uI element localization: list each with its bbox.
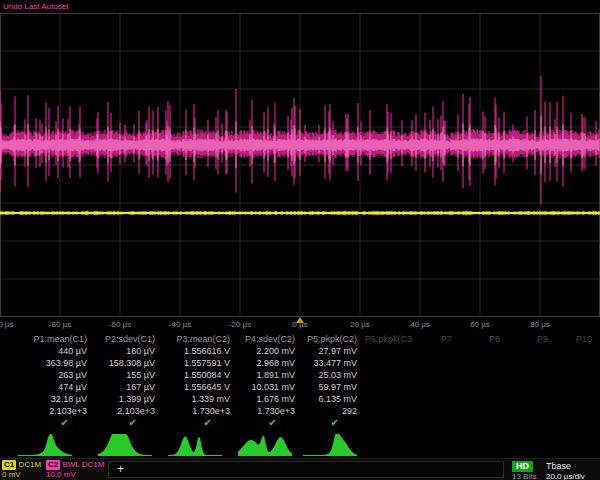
timebase-label[interactable]: Tbase (546, 461, 571, 472)
table-row: 474 µV167 µV1.556645 V10.031 mV59.97 mV (0, 381, 600, 393)
measure-value-cell: 25.03 mV (303, 369, 365, 381)
status-check: ✔ (303, 417, 365, 429)
measure-value-cell: 292 (303, 405, 365, 417)
measure-value-cell: 474 µV (0, 381, 95, 393)
time-axis-label: 0 µs (292, 320, 307, 329)
time-axis-label: -100 µs (0, 320, 13, 329)
measure-header-cell[interactable]: P5:pkpk(C2) (303, 333, 365, 345)
status-check: ✔ (0, 417, 95, 429)
trace-slot-panel: + (108, 461, 504, 478)
measure-header-cell[interactable]: P9 (508, 333, 556, 345)
measure-value-cell: 1.676 mV (238, 393, 303, 405)
histicon-row (0, 431, 600, 457)
measure-value-cell: 2.968 mV (238, 357, 303, 369)
table-row: P1:mean(C1)P2:sdev(C1)P3:mean(C2)P4:sdev… (0, 333, 600, 345)
measure-value-cell: 2.103e+3 (95, 405, 163, 417)
c2-chip: C2 (46, 460, 60, 470)
add-trace-button[interactable]: + (117, 462, 124, 477)
measure-value-cell: 1.730e+3 (163, 405, 238, 417)
top-strip: Undo Last Autoset (0, 0, 600, 13)
hd-mode-badge: HD (512, 461, 533, 472)
measure-value-cell: 33.477 mV (303, 357, 365, 369)
histicon (98, 432, 152, 456)
bottom-status-bar: C1 DC1M 0 mV C2 BWL DC1M 10.0 mV + HD Tb… (0, 458, 600, 480)
histicon (18, 432, 72, 456)
measure-value-cell: 6.135 mV (303, 393, 365, 405)
measure-value-cell: 2.103e+3 (0, 405, 95, 417)
measure-value-cell: 155 µV (95, 369, 163, 381)
time-axis-label: 60 µs (470, 320, 490, 329)
table-row: 2.103e+32.103e+31.730e+31.730e+3292 (0, 405, 600, 417)
histicon (168, 432, 222, 456)
time-axis-label: 80 µs (530, 320, 550, 329)
measure-value-cell: 1.556616 V (163, 345, 238, 357)
status-check: ✔ (163, 417, 238, 429)
c1-chip: C1 (2, 460, 16, 470)
undo-last-autoset-button[interactable]: Undo Last Autoset (3, 2, 68, 11)
measure-header-cell[interactable]: P10 (556, 333, 600, 345)
measure-value-cell: 1.730e+3 (238, 405, 303, 417)
measure-header-cell[interactable]: P4:sdev(C2) (238, 333, 303, 345)
c2-coupling-label: BWL DC1M (62, 460, 104, 469)
table-row: 32.18 µV1.399 µV1.339 mV1.676 mV6.135 mV (0, 393, 600, 405)
histicon (303, 432, 357, 456)
measure-value-cell: 363.98 µV (0, 357, 95, 369)
table-row: 440 µV160 µV1.556616 V2.200 mV27.97 mV (0, 345, 600, 357)
timebase-scale-label[interactable]: 20.0 µs/div (546, 472, 585, 480)
oscilloscope-screen: Undo Last Autoset -100 µs-80 µs-60 µs-40… (0, 0, 600, 480)
measure-value-cell: 10.031 mV (238, 381, 303, 393)
table-row: 263 µV155 µV1.550084 V1.891 mV25.03 mV (0, 369, 600, 381)
waveform-grid-area[interactable] (0, 13, 600, 317)
measure-value-cell: 158.308 µV (95, 357, 163, 369)
measure-header-cell[interactable]: P8 (460, 333, 508, 345)
table-row: ✔✔✔✔✔ (0, 417, 600, 429)
waveform-display[interactable] (0, 13, 600, 317)
measure-value-cell: 1.399 µV (95, 393, 163, 405)
measure-value-cell: 440 µV (0, 345, 95, 357)
status-check: ✔ (238, 417, 303, 429)
c2-scale-label: 10.0 mV (46, 470, 104, 480)
time-axis-label: -20 µs (229, 320, 251, 329)
measure-value-cell: 1.891 mV (238, 369, 303, 381)
time-axis-label: -40 µs (169, 320, 191, 329)
measure-value-cell: 167 µV (95, 381, 163, 393)
measure-header-cell[interactable]: P6:pkpk(C3) (365, 333, 412, 345)
measure-value-cell: 160 µV (95, 345, 163, 357)
time-axis-label: -80 µs (49, 320, 71, 329)
measure-value-cell: 27.97 mV (303, 345, 365, 357)
table-row: 363.98 µV158.308 µV1.557591 V2.968 mV33.… (0, 357, 600, 369)
measurement-table: P1:mean(C1)P2:sdev(C1)P3:mean(C2)P4:sdev… (0, 333, 600, 429)
channel-c1-descriptor[interactable]: C1 DC1M 0 mV (2, 460, 41, 480)
time-axis: -100 µs-80 µs-60 µs-40 µs-20 µs0 µs20 µs… (0, 318, 600, 332)
measure-header-cell[interactable]: P3:mean(C2) (163, 333, 238, 345)
measure-value-cell: 1.556645 V (163, 381, 238, 393)
measure-value-cell: 59.97 mV (303, 381, 365, 393)
measure-value-cell: 32.18 µV (0, 393, 95, 405)
c1-scale-label: 0 mV (2, 470, 41, 480)
time-axis-label: 40 µs (410, 320, 430, 329)
status-check: ✔ (95, 417, 163, 429)
c1-coupling-label: DC1M (18, 460, 41, 469)
time-axis-label: 20 µs (350, 320, 370, 329)
measure-header-cell[interactable]: P1:mean(C1) (0, 333, 95, 345)
timebase-bits-label: 13 Bits (512, 472, 536, 480)
measure-header-cell[interactable]: P2:sdev(C1) (95, 333, 163, 345)
channel-c2-descriptor[interactable]: C2 BWL DC1M 10.0 mV (46, 460, 104, 480)
measure-value-cell: 2.200 mV (238, 345, 303, 357)
measure-value-cell: 1.339 mV (163, 393, 238, 405)
time-axis-label: -60 µs (109, 320, 131, 329)
measure-value-cell: 1.557591 V (163, 357, 238, 369)
measure-header-cell[interactable]: P7 (412, 333, 460, 345)
measure-value-cell: 1.550084 V (163, 369, 238, 381)
measure-value-cell: 263 µV (0, 369, 95, 381)
histicon (238, 432, 292, 456)
